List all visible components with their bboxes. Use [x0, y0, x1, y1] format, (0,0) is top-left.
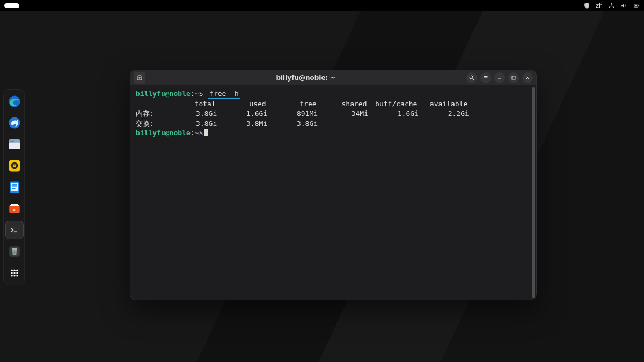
svg-point-3 — [611, 3, 612, 4]
close-button[interactable] — [522, 72, 533, 83]
svg-point-17 — [14, 165, 15, 166]
volume-icon[interactable] — [620, 2, 627, 9]
svg-rect-12 — [9, 143, 20, 149]
svg-point-37 — [16, 275, 18, 276]
terminal-window: billyfu@noble: ~ billyfu@noble:~$ free -… — [130, 70, 537, 300]
dock-files[interactable] — [6, 136, 23, 153]
svg-rect-7 — [638, 5, 639, 6]
svg-rect-21 — [12, 186, 17, 187]
window-titlebar[interactable]: billyfu@noble: ~ — [130, 70, 536, 85]
network-icon[interactable] — [608, 2, 615, 9]
output-header: total used free shared buff/cache availa… — [136, 100, 531, 109]
svg-rect-22 — [12, 188, 16, 189]
entered-command: free -h — [208, 90, 240, 99]
minimize-button[interactable] — [494, 72, 505, 83]
cursor — [204, 129, 208, 136]
dock-show-apps[interactable] — [6, 264, 23, 282]
dock-thunderbird[interactable] — [6, 114, 23, 131]
svg-rect-25 — [14, 231, 17, 232]
dock-software[interactable] — [6, 200, 23, 217]
svg-point-33 — [13, 272, 15, 274]
new-tab-button[interactable] — [134, 72, 145, 84]
svg-rect-20 — [12, 184, 17, 186]
svg-rect-40 — [512, 76, 515, 79]
svg-rect-27 — [12, 248, 17, 249]
output-row-mem: 内存: 3.8Gi 1.6Gi 891Mi 34Mi 1.6Gi 2.2Gi — [136, 109, 531, 119]
search-button[interactable] — [466, 72, 477, 83]
svg-rect-8 — [635, 4, 637, 6]
scrollbar[interactable] — [532, 87, 535, 298]
battery-icon[interactable] — [633, 2, 640, 9]
prompt-line-2: billyfu@noble:~$ — [136, 129, 531, 138]
svg-point-34 — [16, 272, 18, 274]
svg-point-35 — [11, 275, 13, 276]
svg-point-36 — [13, 275, 15, 276]
shield-icon[interactable] — [583, 2, 590, 9]
dock-writer[interactable] — [6, 179, 23, 196]
svg-rect-24 — [9, 226, 20, 234]
terminal-body[interactable]: billyfu@noble:~$ free -h total used free… — [130, 85, 536, 300]
svg-point-29 — [11, 270, 13, 271]
dock — [3, 89, 25, 285]
dock-terminal[interactable] — [6, 221, 23, 239]
prompt-line-1: billyfu@noble:~$ free -h — [136, 90, 531, 99]
input-language[interactable]: zh — [596, 2, 603, 9]
prompt-user: billyfu@noble — [136, 90, 191, 98]
dock-edge[interactable] — [6, 93, 23, 110]
dock-rhythmbox[interactable] — [6, 157, 23, 174]
svg-point-32 — [11, 272, 13, 274]
svg-point-30 — [13, 270, 15, 271]
svg-point-5 — [613, 6, 614, 8]
top-bar: zh — [0, 0, 644, 11]
svg-point-39 — [470, 76, 473, 79]
svg-point-4 — [609, 6, 610, 8]
maximize-button[interactable] — [508, 72, 519, 83]
menu-button[interactable] — [480, 72, 491, 83]
svg-rect-13 — [10, 141, 14, 142]
window-title: billyfu@noble: ~ — [149, 74, 463, 82]
svg-point-31 — [16, 270, 18, 271]
output-row-swap: 交换: 3.8Gi 3.8Mi 3.8Gi — [136, 120, 531, 129]
activities-pill[interactable] — [4, 3, 19, 8]
dock-trash[interactable] — [6, 243, 23, 260]
